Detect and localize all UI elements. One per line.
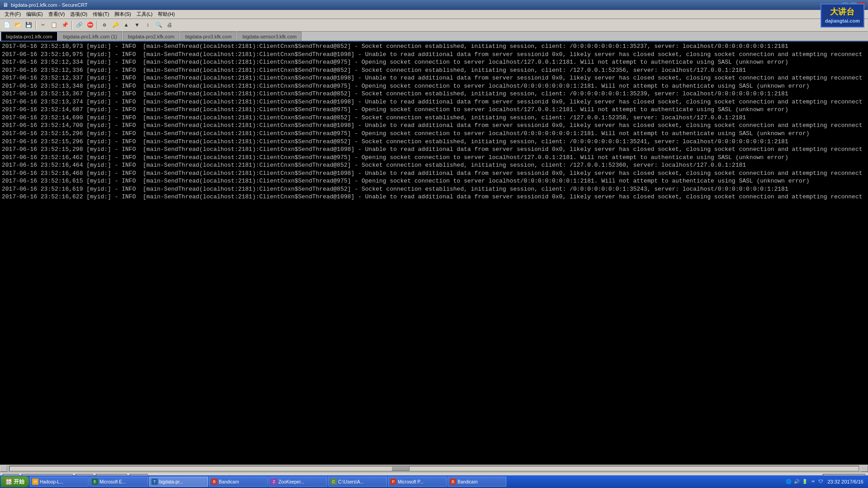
toolbar-paste[interactable]: 📌 — [60, 20, 70, 30]
scroll-thumb[interactable] — [392, 466, 410, 471]
taskbar-zookeeper[interactable]: Z ZooKeeper... — [269, 477, 327, 487]
start-button[interactable]: 🪟 开始 — [1, 476, 29, 487]
toolbar-arrow-down[interactable]: ▼ — [132, 20, 142, 30]
tab-1[interactable]: bigdata-pro1.kfk.com (1) — [58, 32, 122, 41]
log-line: 2017-06-16 23:52:14,687 [myid:] - INFO [… — [2, 106, 866, 114]
menu-transfer[interactable]: 传输(T) — [90, 10, 112, 19]
tray-security[interactable]: 🛡 — [817, 478, 825, 485]
taskbar: 🪟 开始 H Hadoop-L... E Microsoft E... T bi… — [0, 475, 868, 488]
log-line: 2017-06-16 23:52:10,975 [myid:] - INFO [… — [2, 51, 866, 59]
explorer-icon: C — [330, 479, 337, 485]
menu-bar: 文件(F) 编辑(E) 查看(V) 选项(O) 传输(T) 脚本(S) 工具(L… — [0, 10, 868, 19]
menu-script[interactable]: 脚本(S) — [112, 10, 134, 19]
zookeeper-icon: Z — [271, 479, 277, 485]
log-line: 2017-06-16 23:52:15,296 [myid:] - INFO [… — [2, 130, 866, 138]
watermark-url: dajiangtai.com — [825, 18, 860, 24]
start-label: 开始 — [14, 478, 24, 486]
toolbar-key[interactable]: 🔑 — [110, 20, 120, 30]
tab-0[interactable]: bigdata-pro1.kfk.com — [1, 32, 57, 41]
menu-file[interactable]: 文件(F) — [2, 10, 24, 19]
toolbar-save[interactable]: 💾 — [24, 20, 33, 30]
watermark-title: 大讲台 — [825, 6, 860, 18]
menu-help[interactable]: 帮助(H) — [155, 10, 177, 19]
log-line: 2017-06-16 23:52:16,462 [myid:] - INFO [… — [2, 154, 866, 162]
menu-tools[interactable]: 工具(L) — [134, 10, 155, 19]
tab-3[interactable]: bigdata-pro3.kfk.com — [180, 32, 237, 41]
hadoop-icon: H — [32, 479, 38, 485]
toolbar-arrow-up[interactable]: ▲ — [121, 20, 131, 30]
paint-label: Microsoft P... — [398, 479, 424, 484]
log-line: 2017-06-16 23:52:14,700 [myid:] - INFO [… — [2, 122, 866, 130]
hadoop-label: Hadoop-L... — [40, 479, 63, 484]
log-line: 2017-06-16 23:52:10,973 [myid:] - INFO [… — [2, 42, 866, 51]
excel-label: Microsoft E... — [99, 479, 126, 484]
log-line: 2017-06-16 23:52:16,615 [myid:] - INFO [… — [2, 177, 866, 185]
log-line: 2017-06-16 23:52:12,336 [myid:] - INFO [… — [2, 66, 866, 75]
log-line: 2017-06-16 23:52:14,690 [myid:] - INFO [… — [2, 114, 866, 122]
securecrt-label: bigdata-pr... — [159, 479, 183, 484]
log-line: 2017-06-16 23:52:15,298 [myid:] - INFO [… — [2, 145, 866, 154]
log-line: 2017-06-16 23:52:16,619 [myid:] - INFO [… — [2, 185, 866, 193]
taskbar-ms-excel[interactable]: E Microsoft E... — [90, 477, 148, 487]
taskbar-hadoop[interactable]: H Hadoop-L... — [30, 477, 89, 487]
menu-options[interactable]: 选项(O) — [67, 10, 90, 19]
tab-bar: bigdata-pro1.kfk.com bigdata-pro1.kfk.co… — [0, 32, 868, 42]
tab-4[interactable]: bigdata-sensor3.kfk.com — [237, 32, 302, 41]
toolbar-sep1 — [35, 21, 36, 30]
zookeeper-label: ZooKeeper... — [278, 479, 304, 484]
taskbar-right: 🌐 🔊 🔋 ⌨ 🛡 23:32 2017/6/16 — [785, 478, 867, 485]
securecrt-icon: T — [151, 479, 158, 485]
log-line: 2017-06-16 23:52:16,468 [myid:] - INFO [… — [2, 169, 866, 178]
toolbar-transfer[interactable]: ↕ — [143, 20, 153, 30]
scroll-left-btn[interactable]: ◀ — [0, 465, 7, 472]
toolbar-connect[interactable]: 🔗 — [74, 20, 84, 30]
tray-battery[interactable]: 🔋 — [801, 478, 808, 485]
toolbar-new[interactable]: 📄 — [2, 20, 12, 30]
toolbar-open[interactable]: 📂 — [13, 20, 23, 30]
tab-2[interactable]: bigdata-pro2.kfk.com — [123, 32, 179, 41]
paint-icon: P — [390, 479, 396, 485]
toolbar: 📄 📂 💾 ✂ 📋 📌 🔗 ⛔ ⚙ 🔑 ▲ ▼ ↕ 🔍 🖨 — [0, 19, 868, 32]
tray-volume[interactable]: 🔊 — [793, 478, 800, 485]
explorer-label: C:\Users\A... — [338, 479, 364, 484]
taskbar-securecrt[interactable]: T bigdata-pr... — [149, 477, 208, 487]
start-icon: 🪟 — [5, 479, 12, 485]
scroll-right-btn[interactable]: ▶ — [861, 465, 868, 472]
log-line: 2017-06-16 23:52:13,367 [myid:] - INFO [… — [2, 90, 866, 98]
watermark: 大讲台 dajiangtai.com — [821, 4, 864, 28]
system-clock[interactable]: 23:32 2017/6/16 — [826, 479, 865, 485]
toolbar-sep3 — [97, 21, 98, 30]
toolbar-sep2 — [71, 21, 72, 30]
toolbar-print[interactable]: 🖨 — [165, 20, 175, 30]
log-line: 2017-06-16 23:52:13,348 [myid:] - INFO [… — [2, 82, 866, 90]
taskbar-bandicam2[interactable]: B Bandicam — [448, 477, 506, 487]
taskbar-ms-paint[interactable]: P Microsoft P... — [388, 477, 447, 487]
terminal-area[interactable]: 2017-06-16 23:52:10,973 [myid:] - INFO [… — [0, 42, 868, 465]
log-line: 2017-06-16 23:52:16,622 [myid:] - INFO [… — [2, 193, 866, 201]
log-line: 2017-06-16 23:52:15,296 [myid:] - INFO [… — [2, 138, 866, 146]
log-line: 2017-06-16 23:52:16,464 [myid:] - INFO [… — [2, 161, 866, 169]
scroll-track[interactable] — [9, 466, 859, 471]
bandicam1-label: Bandicam — [219, 479, 239, 484]
tray-keyboard[interactable]: ⌨ — [809, 478, 816, 485]
title-bar: 🖥 bigdata-pro1.kfk.com - SecureCRT ─ □ ✕ — [0, 0, 868, 10]
excel-icon: E — [92, 479, 98, 485]
title-bar-left: 🖥 bigdata-pro1.kfk.com - SecureCRT — [3, 2, 88, 8]
toolbar-copy[interactable]: 📋 — [49, 20, 59, 30]
taskbar-bandicam1[interactable]: B Bandicam — [209, 477, 268, 487]
log-line: 2017-06-16 23:52:12,337 [myid:] - INFO [… — [2, 74, 866, 82]
taskbar-explorer[interactable]: C C:\Users\A... — [328, 477, 387, 487]
toolbar-cut[interactable]: ✂ — [38, 20, 48, 30]
toolbar-settings[interactable]: ⚙ — [99, 20, 109, 30]
log-line: 2017-06-16 23:52:13,374 [myid:] - INFO [… — [2, 98, 866, 106]
tray-network[interactable]: 🌐 — [785, 478, 792, 485]
bandicam2-label: Bandicam — [458, 479, 477, 484]
menu-edit[interactable]: 编辑(E) — [24, 10, 46, 19]
horizontal-scrollbar[interactable]: ◀ ▶ — [0, 465, 868, 472]
bandicam2-icon: B — [450, 479, 456, 485]
toolbar-zoom-in[interactable]: 🔍 — [154, 20, 164, 30]
app-icon: 🖥 — [3, 2, 8, 8]
menu-view[interactable]: 查看(V) — [46, 10, 68, 19]
toolbar-disconnect[interactable]: ⛔ — [85, 20, 95, 30]
bandicam1-icon: B — [211, 479, 217, 485]
